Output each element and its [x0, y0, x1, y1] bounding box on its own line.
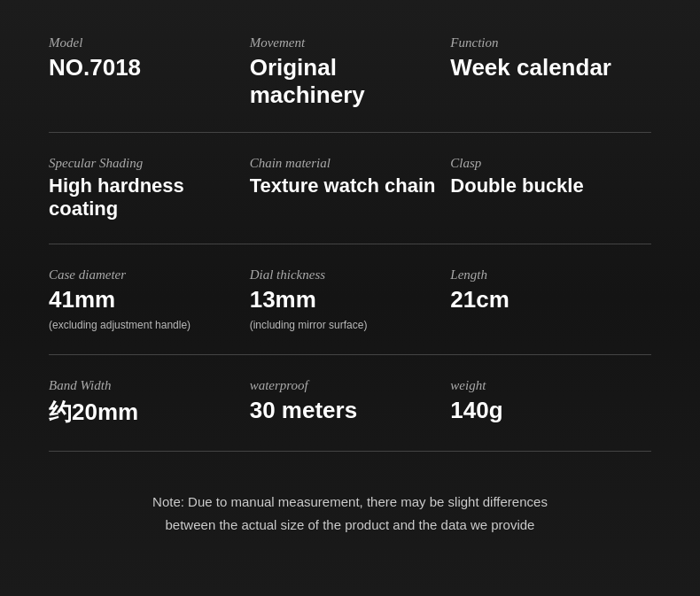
value-band-width: 约20mm	[49, 397, 250, 428]
row-2: Specular Shading High hardness coating C…	[49, 147, 651, 229]
cell-function: Function Week calendar	[450, 35, 651, 109]
note-line2: between the actual size of the product a…	[166, 517, 535, 532]
divider-2	[49, 244, 651, 244]
main-container: Model NO.7018 Movement Original machiner…	[0, 0, 700, 596]
cell-movement: Movement Original machinery	[250, 35, 451, 109]
label-case-diameter: Case diameter	[49, 267, 250, 283]
label-waterproof: waterproof	[250, 378, 451, 393]
note-line1: Note: Due to manual measurement, there m…	[152, 494, 548, 509]
cell-chain-material: Chain material Texture watch chain	[250, 156, 451, 221]
label-weight: weight	[450, 378, 651, 393]
value-function: Week calendar	[450, 54, 651, 81]
value-chain-material: Texture watch chain	[250, 174, 451, 197]
divider-1	[49, 132, 651, 133]
row-3: Case diameter 41mm (excluding adjustment…	[49, 259, 651, 340]
label-chain-material: Chain material	[250, 156, 451, 171]
label-band-width: Band Width	[49, 378, 250, 393]
sub-dial-thickness: (including mirror surface)	[250, 319, 451, 331]
note-section: Note: Due to manual measurement, there m…	[49, 491, 651, 536]
label-clasp: Clasp	[450, 156, 651, 171]
cell-model: Model NO.7018	[49, 35, 250, 109]
label-length: Length	[450, 267, 651, 283]
cell-length: Length 21cm	[450, 267, 651, 331]
value-dial-thickness: 13mm	[250, 286, 451, 313]
cell-weight: weight 140g	[450, 378, 651, 428]
value-weight: 140g	[450, 397, 651, 424]
value-movement: Original machinery	[250, 54, 451, 109]
cell-clasp: Clasp Double buckle	[450, 156, 651, 221]
sub-case-diameter: (excluding adjustment handle)	[49, 319, 250, 331]
label-model: Model	[49, 35, 250, 50]
cell-shading: Specular Shading High hardness coating	[49, 156, 250, 221]
label-dial-thickness: Dial thickness	[250, 267, 451, 283]
value-length: 21cm	[450, 286, 651, 313]
value-waterproof: 30 meters	[250, 397, 451, 424]
value-clasp: Double buckle	[450, 174, 651, 197]
label-shading: Specular Shading	[49, 156, 250, 171]
divider-3	[49, 354, 651, 355]
cell-case-diameter: Case diameter 41mm (excluding adjustment…	[49, 267, 250, 331]
divider-4	[49, 451, 651, 452]
label-movement: Movement	[250, 35, 451, 50]
row-1: Model NO.7018 Movement Original machiner…	[49, 27, 651, 118]
cell-dial-thickness: Dial thickness 13mm (including mirror su…	[250, 267, 451, 331]
value-model: NO.7018	[49, 54, 250, 81]
cell-band-width: Band Width 约20mm	[49, 378, 250, 428]
value-shading: High hardness coating	[49, 174, 250, 221]
value-case-diameter: 41mm	[49, 286, 250, 313]
label-function: Function	[450, 35, 651, 50]
row-4: Band Width 约20mm waterproof 30 meters we…	[49, 369, 651, 437]
cell-waterproof: waterproof 30 meters	[250, 378, 451, 428]
